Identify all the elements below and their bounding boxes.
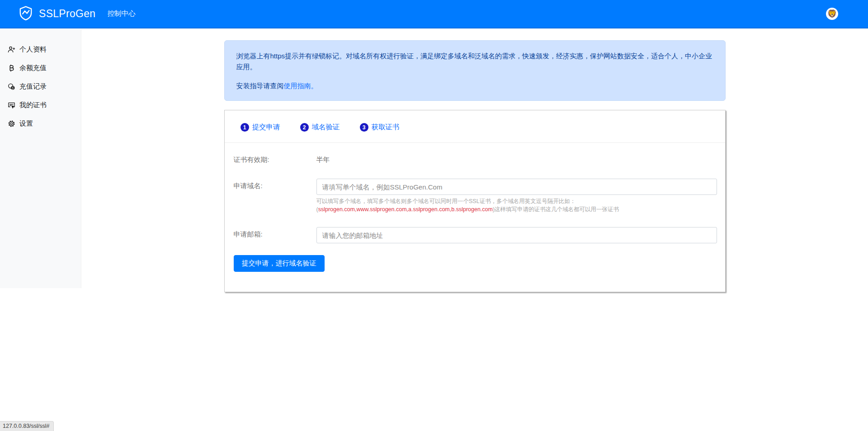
email-row: 申请邮箱: — [234, 227, 716, 243]
step-2-badge: 2 — [300, 123, 309, 132]
alert-install-line: 安装指导请查阅使用指南。 — [236, 81, 713, 91]
domain-help-example-domains: sslprogen.com,www.sslprogen.com,a.sslpro… — [318, 206, 493, 213]
step-1-badge: 1 — [241, 123, 249, 132]
bitcoin-icon — [7, 64, 15, 72]
link-preview-statusbar: 127.0.0.83/ssl/ssl# — [0, 421, 54, 431]
domain-help-suffix: )这样填写申请的证书这几个域名都可以用一张证书 — [493, 206, 619, 213]
gear-icon — [7, 120, 15, 128]
sidebar-item-label: 充值记录 — [19, 82, 47, 91]
top-navbar: SSLProGen 控制中心 🦁 — [0, 0, 868, 28]
coins-icon — [7, 83, 15, 91]
tab-step-domain-verify[interactable]: 2 域名验证 — [300, 123, 340, 132]
tab-step-submit[interactable]: 1 提交申请 — [241, 123, 280, 132]
alert-description: 浏览器上有https提示并有绿锁标记。对域名所有权进行验证，满足绑定多域名和泛域… — [236, 51, 713, 72]
main-content: 浏览器上有https提示并有绿锁标记。对域名所有权进行验证，满足绑定多域名和泛域… — [81, 40, 868, 292]
steps-tabs: 1 提交申请 2 域名验证 3 获取证书 — [225, 110, 725, 143]
sidebar-item-label: 余额充值 — [19, 64, 47, 72]
application-card: 1 提交申请 2 域名验证 3 获取证书 证书有效期: 半年 申请域名: — [224, 110, 726, 292]
step-3-badge: 3 — [360, 123, 368, 132]
sidebar: 个人资料 余额充值 充值记录 — [0, 29, 81, 288]
person-plus-icon — [7, 46, 15, 54]
sidebar-item-settings[interactable]: 设置 — [0, 114, 81, 133]
avatar[interactable]: 🦁 — [826, 8, 838, 20]
sidebar-item-label: 设置 — [19, 119, 33, 128]
step-2-label: 域名验证 — [312, 123, 340, 132]
sidebar-item-certificates[interactable]: 我的证书 — [0, 96, 81, 114]
sidebar-item-label: 我的证书 — [19, 101, 47, 109]
domain-help-text: 可以填写多个域名，填写多个域名则多个域名可以同时用一个SSL证书，多个域名用英文… — [316, 197, 717, 213]
info-alert: 浏览器上有https提示并有绿锁标记。对域名所有权进行验证，满足绑定多域名和泛域… — [224, 40, 726, 101]
domain-input[interactable] — [316, 179, 717, 195]
alert-install-prefix: 安装指导请查阅 — [236, 82, 284, 90]
application-form: 证书有效期: 半年 申请域名: 可以填写多个域名，填写多个域名则多个域名可以同时… — [225, 143, 725, 292]
validity-row: 证书有效期: 半年 — [234, 156, 716, 164]
sidebar-item-recharge-records[interactable]: 充值记录 — [0, 77, 81, 96]
sidebar-item-profile[interactable]: 个人资料 — [0, 40, 81, 59]
domain-row: 申请域名: 可以填写多个域名，填写多个域名则多个域名可以同时用一个SSL证书，多… — [234, 179, 716, 213]
email-input[interactable] — [316, 227, 717, 243]
usage-guide-link[interactable]: 使用指南。 — [284, 82, 318, 90]
nav-link-control-center[interactable]: 控制中心 — [107, 9, 135, 19]
submit-application-button[interactable]: 提交申请，进行域名验证 — [234, 255, 325, 272]
certificate-icon — [7, 101, 15, 109]
step-1-label: 提交申请 — [252, 123, 280, 132]
shield-logo-icon — [18, 5, 33, 23]
tab-step-get-certificate[interactable]: 3 获取证书 — [360, 123, 400, 132]
brand[interactable]: SSLProGen — [18, 5, 95, 23]
validity-label: 证书有效期: — [234, 156, 316, 164]
avatar-emoji: 🦁 — [827, 10, 837, 18]
step-3-label: 获取证书 — [372, 123, 400, 132]
validity-value: 半年 — [316, 156, 330, 164]
sidebar-item-recharge[interactable]: 余额充值 — [0, 59, 81, 77]
email-label: 申请邮箱: — [234, 227, 316, 239]
domain-label: 申请域名: — [234, 179, 316, 190]
sidebar-item-label: 个人资料 — [19, 45, 47, 54]
brand-title: SSLProGen — [39, 8, 95, 20]
